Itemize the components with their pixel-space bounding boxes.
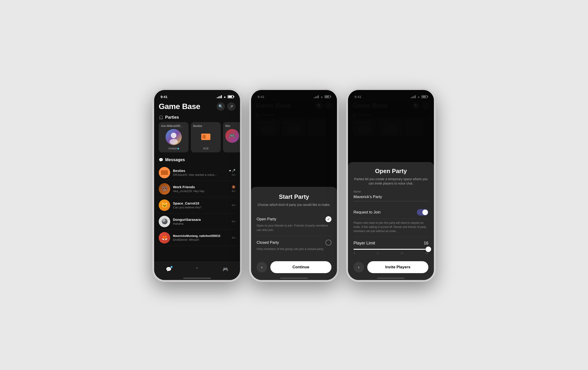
msg-preview-space: Can you believe this? — [173, 206, 229, 209]
msg-preview-maverick: DrollDerrel: Whoah! — [173, 238, 229, 241]
message-item-besties[interactable]: Besties DRJuiceXI: Has started a voice..… — [158, 164, 236, 181]
back-button-3[interactable]: ‹ — [354, 262, 364, 272]
nav-dot — [171, 266, 172, 268]
name-label: Name — [354, 190, 428, 193]
app-title-1: Game Base — [159, 102, 200, 111]
party-card-wor[interactable]: Wor 🎮 — [223, 122, 240, 152]
invite-players-label: Invite Players — [385, 265, 410, 269]
back-icon-3: ‹ — [358, 265, 359, 270]
msg-meta-besties: ♥ 🎤 4m — [229, 169, 235, 176]
msg-content-donguri: DonguriSarasara Hahaha — [173, 218, 229, 226]
messages-icon: 💬 — [159, 158, 163, 162]
party-avatar-wor: 🎮 — [225, 129, 239, 143]
closed-party-option[interactable]: Closed Party Only members of the group c… — [257, 236, 331, 255]
player-limit-slider[interactable]: 4 8 12 16 — [354, 249, 428, 255]
msg-meta-workfriends: 🔕 4m — [231, 185, 235, 193]
msg-time-donguri: 4m — [231, 220, 235, 223]
search-button-1[interactable]: 🔍 — [217, 102, 225, 111]
party-avatar-ace — [166, 129, 182, 145]
slider-label-12: 12 — [400, 252, 403, 255]
avatar-space: 🐱 — [159, 199, 170, 211]
msg-name-workfriends: Work Friends — [173, 185, 229, 189]
avatar-donguri: 🎱 — [159, 216, 170, 227]
screen3: 9:41 ▲ Game Base 🔍 ↗ — [348, 90, 434, 280]
back-button-2[interactable]: ‹ — [257, 262, 267, 272]
msg-meta-maverick: 4m — [231, 236, 235, 239]
party-status-ace: Invited — [161, 147, 186, 150]
name-input-container[interactable]: Maverick's Party — [354, 195, 428, 201]
nav-messages[interactable]: 💬 — [166, 267, 172, 272]
open-party-header: Open Party ✓ — [257, 216, 331, 222]
party-card-besties[interactable]: Besties 4/16 — [191, 122, 221, 152]
slider-thumb — [426, 247, 431, 252]
screen1: 9:41 ▲ Game Base 🔍 ↗ — [154, 90, 240, 280]
slider-label-16: 16 — [425, 252, 428, 255]
continue-button[interactable]: Continue — [270, 261, 331, 273]
party-avatar-container-besties — [193, 129, 219, 145]
open-party-option[interactable]: Open Party ✓ Open to your friends to joi… — [257, 213, 331, 236]
header-actions-1: 🔍 ↗ — [217, 102, 235, 111]
phone-2: 9:41 ▲ Game Base 🔍 ↗ — [249, 88, 339, 282]
status-bar-1: 9:41 ▲ — [154, 90, 240, 100]
svg-rect-6 — [202, 135, 204, 138]
phone-1: 9:41 ▲ Game Base 🔍 ↗ — [152, 88, 242, 282]
header-1: Game Base 🔍 ↗ — [154, 100, 240, 114]
msg-preview-workfriends: Aka_circle229: Hey hey — [173, 189, 229, 193]
nav-game[interactable]: 🎮 — [222, 267, 228, 272]
slider-label-8: 8 — [377, 252, 378, 255]
name-field: Name Maverick's Party — [354, 190, 428, 201]
mute-icon-workfriends: 🔕 — [232, 185, 235, 189]
parties-icon: 🎧 — [159, 115, 163, 120]
request-to-join-label: Request to Join — [354, 210, 381, 215]
msg-time-workfriends: 4m — [231, 190, 235, 193]
modal-subtitle-3: Parties let you create a temporary space… — [354, 177, 428, 186]
player-limit-label: Player Limit — [354, 241, 375, 246]
msg-name-space: Space_Carrot10 — [173, 201, 229, 205]
open-party-radio[interactable]: ✓ — [326, 216, 331, 222]
home-nav-icon: ⌃ — [195, 267, 199, 272]
avatar-workfriends: 🐻 — [159, 183, 170, 195]
party-card-ace[interactable]: Ace-Wildcat365... — [159, 122, 189, 152]
home-indicator-3 — [377, 278, 405, 279]
invite-dot — [177, 148, 179, 149]
continue-label: Continue — [292, 265, 309, 269]
party-name-besties: Besties — [193, 124, 219, 128]
message-item-donguri[interactable]: 🎱 DonguriSarasara Hahaha 4m — [158, 214, 236, 230]
closed-party-label: Closed Party — [257, 240, 279, 245]
msg-name-donguri: DonguriSarasara — [173, 218, 229, 222]
svg-rect-8 — [161, 170, 168, 175]
open-party-desc: Open to your friends to join. Friends of… — [257, 224, 331, 232]
open-party-modal: Open Party Parties let you create a temp… — [348, 162, 434, 280]
msg-content-maverick: MaverickxMustang, radiofoot359315 DrollD… — [173, 234, 229, 241]
home-indicator-1 — [183, 278, 211, 279]
nav-home[interactable]: ⌃ — [195, 267, 199, 272]
share-button-1[interactable]: ↗ — [227, 102, 235, 111]
closed-party-radio[interactable] — [326, 240, 331, 246]
invite-players-button[interactable]: Invite Players — [367, 261, 428, 273]
closed-party-desc: Only members of the group can join a clo… — [257, 247, 331, 251]
home-indicator-2 — [280, 278, 308, 279]
msg-time-besties: 4m — [231, 173, 235, 176]
screen2: 9:41 ▲ Game Base 🔍 ↗ — [251, 90, 337, 280]
msg-meta-donguri: 4m — [231, 220, 235, 223]
modal-title-3: Open Party — [354, 168, 428, 175]
message-item-space[interactable]: 🐱 Space_Carrot10 Can you believe this? 4… — [158, 197, 236, 214]
message-item-maverick[interactable]: 🦊 MaverickxMustang, radiofoot359315 Drol… — [158, 230, 236, 246]
modal-overlay-3: Open Party Parties let you create a temp… — [348, 90, 434, 280]
msg-content-workfriends: Work Friends Aka_circle229: Hey hey — [173, 185, 229, 193]
modal-overlay-2: Start Party Choose which kind of party y… — [251, 90, 337, 280]
modal-subtitle-2: Choose which kind of party you would lik… — [257, 203, 331, 207]
msg-content-space: Space_Carrot10 Can you believe this? — [173, 201, 229, 209]
msg-preview-donguri: Hahaha — [173, 222, 229, 226]
msg-content-besties: Besties DRJuiceXI: Has started a voice..… — [173, 169, 226, 176]
request-to-join-row[interactable]: Request to Join — [354, 206, 428, 219]
msg-name-besties: Besties — [173, 169, 226, 173]
msg-time-maverick: 4m — [231, 236, 235, 239]
msg-icons-besties: ♥ 🎤 — [229, 169, 235, 172]
party-status-besties: 4/16 — [193, 147, 219, 150]
open-party-label: Open Party — [257, 217, 276, 222]
player-limit-row: Player Limit 16 — [354, 241, 428, 246]
message-item-workfriends[interactable]: 🐻 Work Friends Aka_circle229: Hey hey 🔕 … — [158, 181, 236, 197]
request-to-join-toggle[interactable] — [417, 209, 428, 216]
request-to-join-desc: Players who want to join this party will… — [354, 221, 428, 233]
